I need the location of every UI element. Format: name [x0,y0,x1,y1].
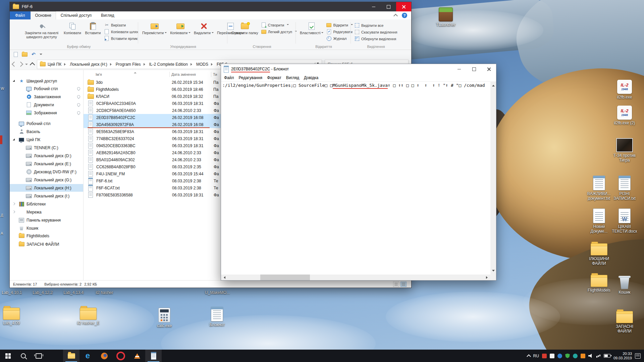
column-header-date[interactable]: Дата змінення [171,72,213,76]
cut-button[interactable]: Вирізати [104,22,139,27]
nav-drive-h[interactable]: Локальний диск (H:) [10,184,83,192]
desktop-icon-il2fb[interactable]: il2fb.exe [610,80,639,100]
menu-help[interactable]: Довідка [302,75,321,80]
security-shield-icon[interactable] [565,354,570,358]
desktop-icon-label-lab4122[interactable]: Lab_4.12.2 [27,290,58,295]
search-button[interactable] [15,350,31,362]
taskbar-opera[interactable] [112,350,129,362]
customize-toolbar-caret-icon[interactable] [40,54,42,56]
copy-path-button[interactable]: Копіювати шлях [104,29,139,34]
clock[interactable]: 20:33 09.03.2019 [613,352,632,360]
network-icon[interactable] [596,354,601,358]
desktop-icon-flightmodels[interactable]: FlightModels [585,275,613,293]
open-button[interactable]: Відкрити [326,22,353,27]
hidden-icons-caret-icon[interactable] [527,354,531,359]
desktop-icon-il2-hasher-e[interactable]: il2 hasher_E [74,308,103,325]
new-folder-button[interactable]: Створити папку [230,21,260,36]
desktop-icon-lab409[interactable]: Lab_4.09 [0,308,26,325]
details-view-button[interactable] [393,282,399,287]
taskbar-firefox[interactable] [96,350,112,362]
column-header-name[interactable]: Ім'я [96,72,171,76]
recent-locations-caret-icon[interactable] [25,64,28,66]
close-button[interactable] [396,2,411,11]
nav-flightmodels[interactable]: FlightModels [10,232,83,240]
tab-file[interactable]: Файл [10,11,31,19]
maximize-button[interactable] [381,2,396,11]
copy-button[interactable]: Копіювати [62,21,83,36]
tray-app-icon[interactable] [550,354,554,358]
scrollbar-thumb[interactable] [260,275,310,280]
breadcrumb-item[interactable]: Цей ПК [48,62,61,67]
breadcrumb-item[interactable]: MODS [196,62,208,67]
nav-recycle-bin[interactable]: Кошик [10,224,83,232]
nav-drive-e[interactable]: Локальний диск (E:) [10,160,83,168]
notepad-titlebar[interactable]: 2E0D37B85402FC2C - Блокнот [221,64,496,74]
nav-this-pc[interactable]: Цей ПК [10,136,83,143]
nav-downloads[interactable]: Завантаження [10,93,83,101]
properties-button[interactable]: Властивості [298,21,325,36]
taskbar-vlc[interactable] [129,350,145,362]
volume-icon[interactable] [588,354,593,358]
select-none-button[interactable]: Скасувати виділення [355,29,397,35]
new-item-button[interactable]: Створити [261,22,297,27]
copy-to-button[interactable]: Копіювати [168,21,192,36]
expander-icon[interactable] [13,80,15,82]
invert-selection-button[interactable]: Обернути виділення [355,36,397,41]
collapse-ribbon-icon[interactable] [393,14,398,18]
nav-drive-c[interactable]: TENNER (C:) [10,144,83,152]
move-to-button[interactable]: Перемістити [141,21,168,36]
nav-desktop-pinned[interactable]: Робочий стіл [10,85,83,93]
expander-icon[interactable] [12,202,15,205]
nav-control-panel[interactable]: Панель керування [10,216,83,224]
nav-dvd-f[interactable]: Дисковод DVD-RW (F:) [10,168,83,176]
paste-shortcut-button[interactable]: Вставити ярлик [104,36,139,41]
tab-view[interactable]: Вигляд [96,11,119,19]
forward-button[interactable] [18,62,23,67]
desktop-icon-label-umakemo[interactable]: U_MakeMO... [202,290,233,295]
pin-to-quick-access-button[interactable]: Закріпити на панелі швидкого доступу [21,21,62,40]
language-indicator[interactable]: RU [533,354,539,358]
tab-share[interactable]: Спільний доступ [56,11,96,19]
desktop-icon-ilyushyny-faily[interactable]: ІЛЮШИНИ ФАЙЛИ [585,243,613,266]
desktop-icon-label-lab4134[interactable]: Lab_4.13.4 [58,290,89,295]
history-button[interactable]: Журнал [326,36,353,41]
nav-quick-access[interactable]: Швидкий доступ [10,77,83,85]
nav-drive-d[interactable]: Локальний диск (D:) [10,152,83,160]
desktop-icon-label-lab4101[interactable]: Lab_4.10.1 [0,290,27,295]
start-button[interactable] [0,350,15,362]
nav-desktop[interactable]: Робочий стіл [10,120,83,127]
desktop-icon-label-il2hasher[interactable]: il2 hasher [89,290,120,295]
desktop-icon-bloknot[interactable]: Блокнот [203,307,231,327]
scroll-up-icon[interactable] [492,83,495,86]
menu-format[interactable]: Формат [265,75,284,80]
tray-app-icon[interactable] [542,354,547,358]
tray-app-icon[interactable] [573,354,578,358]
desktop-icon-cikavi-teksty[interactable]: ЦІКАВІ ТЕКСТИ.docx [610,208,639,234]
scrollbar-track[interactable] [227,275,485,280]
edit-button[interactable]: Редагувати [326,29,353,34]
expander-icon[interactable] [13,138,15,140]
menu-edit[interactable]: Редагування [236,75,265,80]
notepad-text-area[interactable]: :/il2/engine/GunProperties;□ SourceFile□… [221,82,490,275]
desktop-icon-recycle-bin[interactable]: Кошик [610,275,639,295]
desktop-icon-il2fb-2[interactable]: il2fb.exe (2) [610,106,639,125]
folder-icon[interactable] [22,52,28,57]
explorer-titlebar[interactable]: F6F-6 [10,2,411,11]
breadcrumb-item[interactable]: IL-2 Complete Edition [149,62,188,67]
nav-libraries[interactable]: Бібліотеки [10,200,83,208]
large-icons-view-button[interactable] [400,282,407,287]
menu-view[interactable]: Вигляд [284,75,302,80]
undo-icon[interactable] [32,51,36,57]
desktop-icon-calc[interactable]: calc.exe [150,308,179,328]
tab-home[interactable]: Основне [31,11,56,19]
scroll-left-icon[interactable] [221,276,227,279]
battery-icon[interactable] [604,354,610,358]
nav-network[interactable]: Мережа [10,208,83,216]
easy-access-button[interactable]: Легкий доступ [261,29,297,34]
nav-drive-i[interactable]: Локальний диск (I:) [10,192,83,200]
task-view-button[interactable] [31,350,46,362]
up-button[interactable] [30,62,35,68]
nav-documents[interactable]: Документи [10,101,83,109]
close-button[interactable] [481,64,496,74]
document-icon[interactable] [14,52,18,57]
